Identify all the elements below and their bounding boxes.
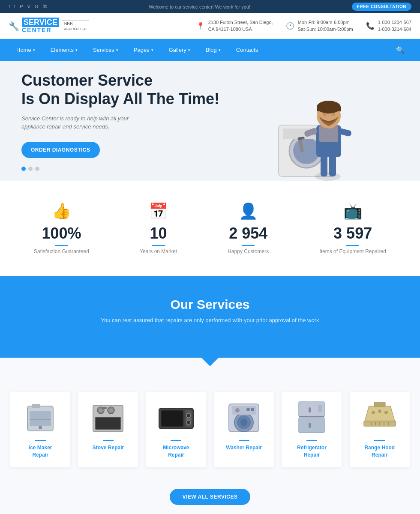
phone2: 1-800-3214-684 <box>378 26 411 33</box>
nav-gallery[interactable]: Gallery ▾ <box>161 40 198 60</box>
services-grid: Ice MakerRepair Stove Repair <box>0 371 420 480</box>
tv-icon: 📺 <box>319 202 386 220</box>
svg-rect-35 <box>162 411 183 426</box>
twitter-icon[interactable]: t <box>14 4 15 9</box>
address-info: 📍 2130 Fulton Street, San Diego, CA 9411… <box>196 19 273 33</box>
chevron-down-icon: ▾ <box>219 48 221 52</box>
rss-icon[interactable]: ⌘ <box>42 4 47 9</box>
wrench-icon: 🔧 <box>9 21 19 31</box>
ice-maker-svg <box>21 402 60 434</box>
services-header: Our Services You can rest assured that r… <box>0 276 420 358</box>
chevron-down-icon: ▾ <box>188 48 190 52</box>
facebook-icon[interactable]: f <box>9 4 10 9</box>
service-card-range-hood[interactable]: Range HoodRepair <box>350 392 410 467</box>
svg-point-63 <box>378 409 381 413</box>
stat-label-years: Years on Market <box>140 248 177 254</box>
carousel-dot-1[interactable] <box>21 167 26 171</box>
svg-point-29 <box>99 409 102 412</box>
svg-point-62 <box>372 411 375 414</box>
stat-equipment: 📺 3 597 Items of Equipment Repaired <box>319 202 386 254</box>
phone-icon: 📞 <box>366 22 375 30</box>
welcome-text: Welcome to our service center! We work f… <box>149 4 250 9</box>
hours-weekday: Mon-Fri: 9:00am-6:00pm <box>298 19 353 26</box>
carousel-dot-2[interactable] <box>28 167 33 171</box>
service-name-range-hood[interactable]: Range HoodRepair <box>354 444 405 459</box>
pinterest-icon[interactable]: P <box>20 4 23 9</box>
social-icons: f t P V G ⌘ <box>9 4 47 9</box>
svg-point-38 <box>186 420 191 424</box>
hero-subtitle: Service Center is ready to help with all… <box>21 114 141 131</box>
svg-rect-51 <box>309 407 311 412</box>
stat-number-customers: 2 954 <box>228 224 269 242</box>
logo[interactable]: 🔧 SERVICE CENTER BBBACCREDITED <box>9 18 89 33</box>
person-icon: 👤 <box>228 202 269 220</box>
service-name-stove[interactable]: Stove Repair <box>82 444 134 451</box>
hours-lines: Mon-Fri: 9:00am-6:00pm Sat-Sun: 10:00am-… <box>298 19 353 33</box>
service-name-washer[interactable]: Washer Repair <box>218 444 270 451</box>
thumbs-up-icon: 👍 <box>34 202 89 220</box>
service-divider <box>35 440 46 441</box>
order-diagnostics-button[interactable]: ORDER DIAGNOSTICS <box>21 142 100 158</box>
service-card-ice-maker[interactable]: Ice MakerRepair <box>10 392 70 467</box>
free-consultation-button[interactable]: FREE CONSULTATION <box>352 3 411 11</box>
phone-lines: 1-800-1234-567 1-800-3214-684 <box>378 19 411 33</box>
service-name-refrigerator[interactable]: RefrigeratorRepair <box>286 444 337 459</box>
stat-divider <box>242 245 255 246</box>
service-divider <box>103 440 114 441</box>
nav-contacts[interactable]: Contacts <box>228 40 266 60</box>
stat-number-satisfaction: 100% <box>34 224 89 242</box>
svg-point-64 <box>384 411 388 414</box>
nav-services[interactable]: Services ▾ <box>85 40 126 60</box>
svg-rect-27 <box>96 418 120 429</box>
services-section: Ice MakerRepair Stove Repair <box>0 358 420 514</box>
washer-svg <box>225 402 263 434</box>
nav-pages[interactable]: Pages ▾ <box>126 40 161 60</box>
stove-image <box>87 400 129 435</box>
chevron-down-icon: ▾ <box>33 48 35 52</box>
hero-title-line1: Customer Service <box>21 71 399 90</box>
google-icon[interactable]: G <box>35 4 39 9</box>
stat-satisfaction: 👍 100% Satisfaction Guaranteed <box>34 202 89 254</box>
stat-label-equipment: Items of Equipment Repaired <box>319 248 386 254</box>
chevron-down-icon: ▾ <box>151 48 153 52</box>
search-icon[interactable]: 🔍 <box>389 39 411 61</box>
bbb-badge: BBBACCREDITED <box>62 20 89 32</box>
ice-maker-image <box>19 400 62 435</box>
service-card-refrigerator[interactable]: RefrigeratorRepair <box>282 392 342 467</box>
vimeo-icon[interactable]: V <box>27 4 30 9</box>
service-name-ice-maker[interactable]: Ice MakerRepair <box>15 444 66 459</box>
hero-title: Customer Service Is On Display All The T… <box>21 71 399 108</box>
stat-number-years: 10 <box>140 224 177 242</box>
svg-point-46 <box>246 408 250 411</box>
svg-rect-53 <box>318 405 322 412</box>
services-arrow <box>201 357 219 366</box>
view-all-services-button[interactable]: VIEW ALL SERVICES <box>170 489 251 505</box>
service-card-stove[interactable]: Stove Repair <box>78 392 138 467</box>
stat-divider <box>346 245 359 246</box>
stat-label-satisfaction: Satisfaction Guaranteed <box>34 248 89 254</box>
calendar-icon: 📅 <box>140 202 177 220</box>
header-info: 📍 2130 Fulton Street, San Diego, CA 9411… <box>196 19 411 33</box>
washer-image <box>222 400 265 435</box>
nav-elements[interactable]: Elements ▾ <box>43 40 85 60</box>
nav-blog[interactable]: Blog ▾ <box>198 40 228 60</box>
hero-title-line2: Is On Display All The Time! <box>21 90 399 108</box>
service-divider <box>306 440 317 441</box>
location-icon: 📍 <box>196 22 205 30</box>
stove-svg <box>89 402 127 434</box>
nav-home[interactable]: Home ▾ <box>9 40 43 60</box>
address-lines: 2130 Fulton Street, San Diego, CA 94117-… <box>208 19 273 33</box>
top-bar: f t P V G ⌘ Welcome to our service cente… <box>0 0 420 13</box>
svg-point-45 <box>235 408 240 412</box>
carousel-dot-3[interactable] <box>35 167 39 171</box>
stat-number-equipment: 3 597 <box>319 224 386 242</box>
service-name-microwave[interactable]: MicrowaveRepair <box>150 444 202 459</box>
fridge-svg <box>292 400 331 435</box>
address-line2: CA 94117-1080 USA <box>208 26 273 33</box>
view-all-container: VIEW ALL SERVICES <box>0 489 420 514</box>
hero-section: Customer Service Is On Display All The T… <box>0 61 420 181</box>
service-card-microwave[interactable]: MicrowaveRepair <box>146 392 206 467</box>
service-card-washer[interactable]: Washer Repair <box>214 392 274 467</box>
svg-point-37 <box>186 413 191 418</box>
hero-content: Customer Service Is On Display All The T… <box>0 61 420 181</box>
